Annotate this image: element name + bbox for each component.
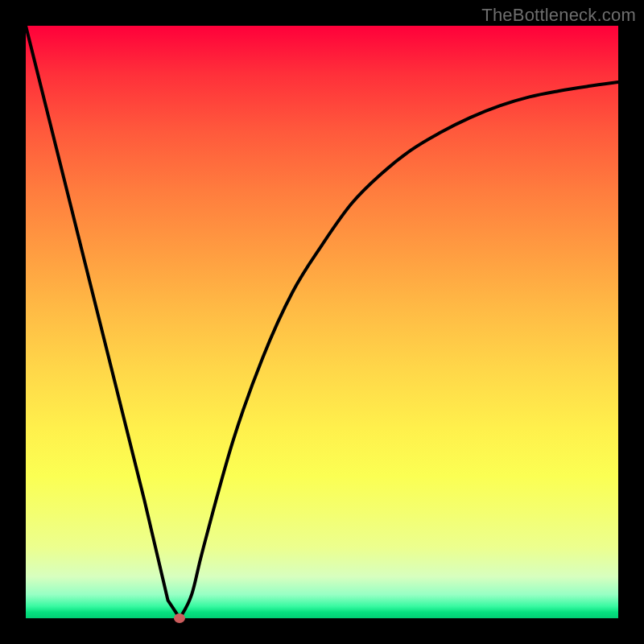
chart-frame: TheBottleneck.com xyxy=(0,0,644,644)
watermark-text: TheBottleneck.com xyxy=(481,5,636,26)
optimal-point-marker xyxy=(174,613,185,623)
plot-area xyxy=(26,26,618,618)
curve-svg xyxy=(26,26,618,618)
bottleneck-curve xyxy=(26,26,618,618)
